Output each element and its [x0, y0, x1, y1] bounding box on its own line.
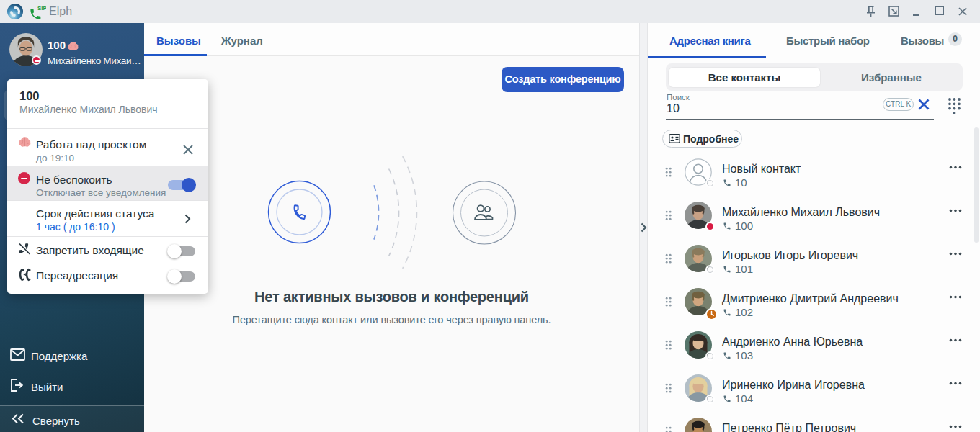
svg-text:SIP: SIP: [37, 5, 46, 12]
